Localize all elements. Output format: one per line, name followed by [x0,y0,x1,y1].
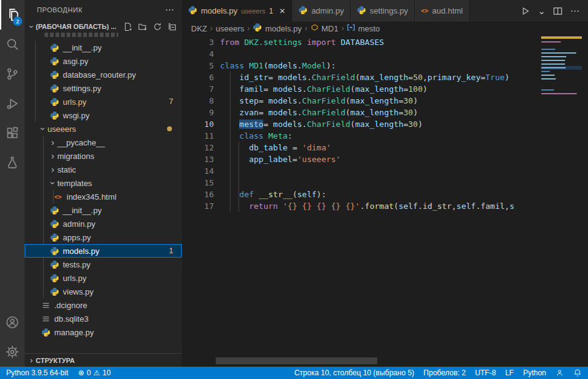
file-tree-item-__init__.py[interactable]: __init__.py [25,203,182,217]
file-tree-item-wsgi.py[interactable]: wsgi.py [25,108,182,122]
settings-gear-icon[interactable] [0,337,25,367]
workspace-section-header[interactable]: › (РАБОЧАЯ ОБЛАСТЬ) ... [25,20,182,33]
breadcrumb-item-MD1[interactable]: MD1 [322,24,338,33]
language-mode[interactable]: Python [523,369,546,377]
python-interpreter[interactable]: Python 3.9.5 64-bit [6,369,68,377]
tree-item-label: __init__.py [63,206,102,215]
explorer-title: ПРОВОДНИК [37,6,83,14]
cursor-position[interactable]: Строка 10, столбец 10 (выбрано 5) [294,369,414,377]
line-number: 12 [182,142,214,153]
views-more-icon[interactable]: ⋯ [165,4,174,15]
file-tree-item-models.py[interactable]: models.py1 [25,244,182,258]
outline-section-header[interactable]: › СТРУКТУРА [25,353,182,367]
file-tree-item-database_roouter.py[interactable]: database_roouter.py [25,68,182,81]
tab-settings.py[interactable]: settings.py [351,0,415,22]
run-dropdown-icon[interactable]: ⌄ [537,6,545,17]
breadcrumb-item-mesto[interactable]: mesto [358,24,380,33]
run-file-icon[interactable] [520,6,530,16]
python-file-icon [49,273,59,283]
breadcrumb-item-useeers[interactable]: useeers [216,24,244,33]
account-icon[interactable] [0,308,25,337]
code-editor[interactable]: 3from DKZ.settings import DATABASES45cla… [182,35,588,367]
feedback-icon[interactable] [555,369,564,377]
file-tree-item-__init__.py[interactable]: __init__.py [25,41,182,54]
folder-tree-item-static[interactable]: ›static [25,163,182,176]
breadcrumb-item-DKZ[interactable]: DKZ [191,24,207,33]
line-number: 14 [182,165,214,177]
minimap-line [541,92,582,96]
modified-dot [167,126,172,131]
extensions-icon[interactable] [0,118,25,148]
refresh-icon[interactable] [153,22,162,31]
file-tree-item-.dcignore[interactable]: .dcignore [25,298,182,312]
encoding[interactable]: UTF-8 [475,369,496,377]
explorer-icon[interactable]: 2 [0,0,25,30]
activity-bar: 2 [0,0,25,367]
collapse-all-icon[interactable] [168,22,177,31]
run-debug-icon[interactable] [0,89,25,118]
folder-tree-item-migrations[interactable]: ›migrations [25,149,182,163]
tree-item-label: wsgi.py [63,111,89,120]
horizontal-scrollbar[interactable] [216,357,377,364]
warning-icon: ⚠ [93,369,100,377]
warning-count: 10 [102,369,110,377]
code-line: 17 return '{} {} {} {} {}'.format(self.i… [182,200,588,212]
file-tree-item-manage.py[interactable]: manage.py [25,325,182,339]
line-number: 17 [182,200,214,212]
outline-label: СТРУКТУРА [36,357,75,364]
new-file-icon[interactable] [123,22,133,31]
tree-item-label: asgi.py [63,57,88,66]
tree-item-label: apps.py [63,233,91,242]
explorer-badge: 2 [13,17,22,26]
folder-tree-item-__pycache__[interactable]: ›__pycache__ [25,136,182,149]
close-tab-icon[interactable]: ✕ [279,7,285,15]
chevron-down-icon: › [48,179,58,188]
line-number: 16 [182,189,214,200]
tab-label: aud.html [432,6,463,15]
testing-icon[interactable] [0,148,25,177]
breadcrumb-separator-icon: › [247,24,250,33]
problems-indicator[interactable]: ⊗ 0 ⚠ 10 [78,369,111,377]
file-tree-item-urls.py[interactable]: urls.py7 [25,95,182,108]
tree-item-label: urls.py [63,274,86,283]
tree-item-label: index345.html [67,192,116,202]
code-line-text: zvan= models.CharField(max_length=30) [220,107,418,118]
split-editor-icon[interactable] [553,6,563,16]
chevron-down-icon: › [38,124,48,134]
code-line-text: mesto= models.CharField(max_length=30) [220,118,423,130]
minimap[interactable] [541,36,582,96]
file-tree-item-views.py[interactable]: views.py [25,285,182,298]
file-tree-item-apps.py[interactable]: apps.py [25,230,182,244]
more-actions-icon[interactable]: ⋯ [570,6,579,17]
notifications-bell-icon[interactable] [573,369,582,377]
file-tree-item-admin.py[interactable]: admin.py [25,217,182,230]
eol-sequence[interactable]: LF [505,369,514,377]
breadcrumb-item-models.py[interactable]: models.py [265,24,301,33]
tab-models.py[interactable]: models.pyuseeers1✕ [182,0,292,22]
line-number: 4 [182,48,214,60]
tab-admin.py[interactable]: admin.py [292,0,351,22]
file-tree-item-db.sqlite3[interactable]: db.sqlite3 [25,312,182,325]
new-folder-icon[interactable] [138,22,147,31]
code-line: 6 id_str= models.CharField(max_length=50… [182,71,588,83]
line-number: 10 [182,118,214,130]
file-tree-item-tests.py[interactable]: tests.py [25,258,182,271]
list-file-icon [41,314,51,324]
search-icon[interactable] [0,30,25,59]
chevron-right-icon: › [48,151,57,161]
folder-tree-item-useeers[interactable]: ›useeers [25,122,182,136]
folder-tree-item-templates[interactable]: ›templates [25,176,182,190]
tree-item-label: views.py [63,287,94,296]
indentation[interactable]: Пробелов: 2 [423,369,466,377]
file-tree-item-asgi.py[interactable]: asgi.py [25,54,182,68]
code-line: 8 step= models.CharField(max_length=30) [182,95,588,107]
file-tree-item-settings.py[interactable]: settings.py [25,81,182,95]
file-tree-item-urls.py[interactable]: urls.py [25,271,182,285]
source-control-icon[interactable] [0,59,25,89]
code-line: 15 [182,177,588,189]
tab-aud.html[interactable]: <>aud.html [415,0,470,22]
file-tree-item-index345.html[interactable]: <>index345.html [25,190,182,203]
indent-guide [239,142,239,212]
tree-item-label: urls.py [63,97,86,107]
python-file-icon [49,205,59,215]
